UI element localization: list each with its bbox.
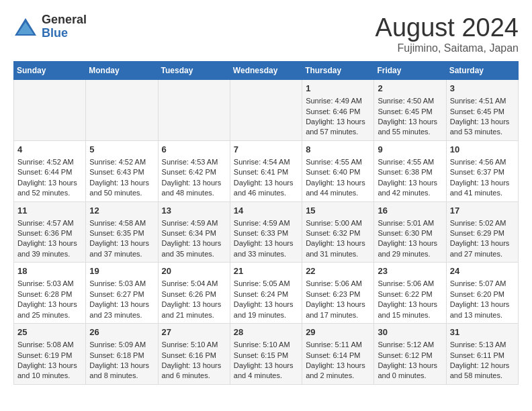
- day-number: 16: [378, 205, 442, 217]
- column-header-wednesday: Wednesday: [230, 62, 302, 80]
- day-info: and 55 minutes.: [378, 127, 442, 137]
- calendar-cell: 11Sunrise: 4:57 AMSunset: 6:36 PMDayligh…: [14, 201, 86, 263]
- day-info: Sunset: 6:35 PM: [89, 228, 154, 238]
- calendar-cell: 26Sunrise: 5:09 AMSunset: 6:18 PMDayligh…: [86, 324, 158, 385]
- day-info: Sunrise: 5:07 AM: [450, 279, 515, 289]
- day-info: Daylight: 13 hours: [162, 300, 226, 310]
- column-header-friday: Friday: [374, 62, 446, 80]
- day-number: 7: [234, 144, 298, 156]
- day-number: 22: [306, 265, 370, 277]
- calendar-table: SundayMondayTuesdayWednesdayThursdayFrid…: [13, 61, 519, 385]
- day-info: Daylight: 13 hours: [234, 300, 298, 310]
- day-info: Sunset: 6:34 PM: [162, 228, 226, 238]
- title-block: August 2024 Fujimino, Saitama, Japan: [375, 13, 519, 54]
- day-info: Sunrise: 4:53 AM: [162, 157, 226, 167]
- day-number: 21: [234, 265, 298, 277]
- day-info: Sunrise: 5:06 AM: [306, 279, 370, 289]
- day-number: 11: [17, 205, 82, 217]
- column-header-saturday: Saturday: [446, 62, 518, 80]
- calendar-cell: 12Sunrise: 4:58 AMSunset: 6:35 PMDayligh…: [86, 201, 158, 263]
- day-info: Sunset: 6:38 PM: [378, 167, 442, 177]
- calendar-cell: 19Sunrise: 5:03 AMSunset: 6:27 PMDayligh…: [86, 263, 158, 324]
- day-info: Daylight: 13 hours: [378, 117, 442, 127]
- calendar-cell: 30Sunrise: 5:12 AMSunset: 6:12 PMDayligh…: [374, 324, 446, 385]
- day-info: Sunrise: 4:50 AM: [378, 96, 442, 106]
- day-info: Sunrise: 4:59 AM: [234, 218, 298, 228]
- day-info: Sunset: 6:33 PM: [234, 228, 298, 238]
- calendar-cell: [86, 80, 158, 141]
- day-info: Daylight: 12 hours: [450, 361, 515, 371]
- day-info: Sunset: 6:18 PM: [89, 351, 154, 361]
- day-info: Sunrise: 4:51 AM: [450, 96, 515, 106]
- calendar-week-row: 4Sunrise: 4:52 AMSunset: 6:44 PMDaylight…: [14, 140, 519, 201]
- day-info: and 19 minutes.: [234, 310, 298, 320]
- calendar-cell: 22Sunrise: 5:06 AMSunset: 6:23 PMDayligh…: [302, 263, 374, 324]
- calendar-cell: 17Sunrise: 5:02 AMSunset: 6:29 PMDayligh…: [446, 201, 518, 263]
- calendar-cell: 8Sunrise: 4:55 AMSunset: 6:40 PMDaylight…: [302, 140, 374, 201]
- day-info: Daylight: 13 hours: [378, 361, 442, 371]
- calendar-week-row: 25Sunrise: 5:08 AMSunset: 6:19 PMDayligh…: [14, 324, 519, 385]
- day-info: Sunrise: 5:09 AM: [89, 340, 154, 350]
- day-info: Sunset: 6:41 PM: [234, 167, 298, 177]
- day-info: Sunset: 6:42 PM: [162, 167, 226, 177]
- calendar-cell: [158, 80, 230, 141]
- day-info: Daylight: 13 hours: [378, 178, 442, 188]
- day-info: Sunset: 6:40 PM: [306, 167, 370, 177]
- calendar-cell: 20Sunrise: 5:04 AMSunset: 6:26 PMDayligh…: [158, 263, 230, 324]
- day-info: Daylight: 13 hours: [306, 117, 370, 127]
- day-info: and 35 minutes.: [162, 249, 226, 259]
- day-info: and 53 minutes.: [450, 127, 515, 137]
- day-info: Sunset: 6:19 PM: [17, 351, 82, 361]
- column-header-tuesday: Tuesday: [158, 62, 230, 80]
- day-info: Daylight: 13 hours: [306, 361, 370, 371]
- day-info: Sunrise: 5:08 AM: [17, 340, 82, 350]
- day-info: Sunset: 6:27 PM: [89, 289, 154, 300]
- day-info: and 48 minutes.: [162, 188, 226, 198]
- day-info: Sunset: 6:14 PM: [306, 351, 370, 361]
- day-number: 2: [378, 83, 442, 95]
- day-number: 28: [234, 326, 298, 338]
- day-number: 29: [306, 326, 370, 338]
- day-info: Sunset: 6:16 PM: [162, 351, 226, 361]
- day-info: Daylight: 13 hours: [306, 300, 370, 310]
- day-info: Sunrise: 5:03 AM: [17, 279, 82, 289]
- calendar-cell: 6Sunrise: 4:53 AMSunset: 6:42 PMDaylight…: [158, 140, 230, 201]
- day-info: Sunrise: 5:00 AM: [306, 218, 370, 228]
- day-info: Daylight: 13 hours: [89, 361, 154, 371]
- calendar-cell: 16Sunrise: 5:01 AMSunset: 6:30 PMDayligh…: [374, 201, 446, 263]
- day-info: and 21 minutes.: [162, 310, 226, 320]
- day-info: Daylight: 13 hours: [17, 238, 82, 248]
- calendar-cell: 25Sunrise: 5:08 AMSunset: 6:19 PMDayligh…: [14, 324, 86, 385]
- day-number: 18: [17, 265, 82, 277]
- day-info: Sunrise: 5:05 AM: [234, 279, 298, 289]
- day-number: 31: [450, 326, 515, 338]
- day-info: and 58 minutes.: [450, 371, 515, 381]
- day-info: and 33 minutes.: [234, 249, 298, 259]
- day-info: Daylight: 13 hours: [378, 238, 442, 248]
- day-info: Daylight: 13 hours: [89, 178, 154, 188]
- day-info: and 13 minutes.: [450, 310, 515, 320]
- day-info: Sunrise: 5:10 AM: [162, 340, 226, 350]
- day-info: Daylight: 13 hours: [306, 178, 370, 188]
- day-number: 26: [89, 326, 154, 338]
- calendar-cell: 4Sunrise: 4:52 AMSunset: 6:44 PMDaylight…: [14, 140, 86, 201]
- day-info: and 27 minutes.: [450, 249, 515, 259]
- day-info: Daylight: 13 hours: [234, 238, 298, 248]
- day-number: 14: [234, 205, 298, 217]
- day-info: Sunrise: 4:52 AM: [17, 157, 82, 167]
- calendar-cell: 18Sunrise: 5:03 AMSunset: 6:28 PMDayligh…: [14, 263, 86, 324]
- day-info: Daylight: 13 hours: [17, 361, 82, 371]
- day-number: 8: [306, 144, 370, 156]
- calendar-cell: 14Sunrise: 4:59 AMSunset: 6:33 PMDayligh…: [230, 201, 302, 263]
- day-info: Sunset: 6:37 PM: [450, 167, 515, 177]
- day-info: Sunset: 6:32 PM: [306, 228, 370, 238]
- day-info: Daylight: 13 hours: [378, 300, 442, 310]
- day-info: and 23 minutes.: [89, 310, 154, 320]
- calendar-cell: 2Sunrise: 4:50 AMSunset: 6:45 PMDaylight…: [374, 80, 446, 141]
- calendar-cell: 31Sunrise: 5:13 AMSunset: 6:11 PMDayligh…: [446, 324, 518, 385]
- day-info: Sunrise: 4:59 AM: [162, 218, 226, 228]
- day-info: Sunrise: 5:01 AM: [378, 218, 442, 228]
- calendar-cell: 21Sunrise: 5:05 AMSunset: 6:24 PMDayligh…: [230, 263, 302, 324]
- day-info: Sunrise: 5:06 AM: [378, 279, 442, 289]
- day-info: Sunrise: 5:04 AM: [162, 279, 226, 289]
